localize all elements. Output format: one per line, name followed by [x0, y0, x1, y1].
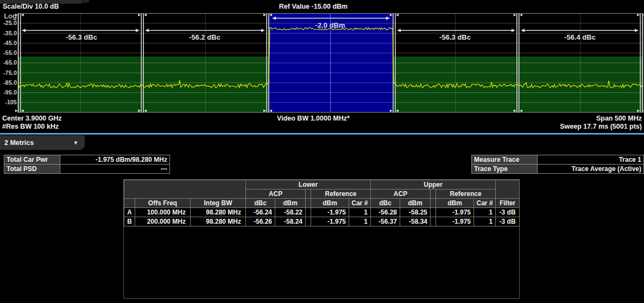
- offset-id: A: [124, 208, 135, 217]
- lower-dbc: -56.24: [246, 208, 275, 217]
- acp-col-dbc: dBc: [371, 199, 400, 208]
- offs-freq: 100.000 MHz: [135, 208, 191, 217]
- acp-col-blank: [124, 199, 135, 208]
- acp-header-row-groups: Lower Upper: [124, 180, 520, 190]
- acp-header-gap: [431, 190, 436, 199]
- upper-ref-dbm: -1.975: [436, 217, 474, 226]
- y-tick: -75.0: [0, 70, 17, 76]
- metrics-table: Total Car Pwr -1.975 dBm/98.280 MHz Tota…: [4, 155, 170, 174]
- acp-col-filter: Filter: [496, 199, 520, 208]
- lower-dbc: -56.26: [246, 217, 275, 226]
- analyzer-screen: Scale/Div 10.0 dB Ref Value -15.00 dBm L…: [0, 0, 644, 303]
- offset-power-label: -56.4 dBc: [547, 34, 613, 41]
- lower-ref-dbm: -1.975: [311, 217, 349, 226]
- gap-cell: [306, 217, 311, 226]
- metric-value: ---: [60, 165, 170, 174]
- upper-dbc: -56.37: [371, 217, 400, 226]
- acp-data-row-b: B 200.000 MHz 98.280 MHz -56.26 -58.24 -…: [124, 217, 520, 226]
- acp-col-ref-dbm: dBm: [436, 199, 474, 208]
- acp-col-dbm: dBm: [400, 199, 431, 208]
- acp-col-offs-freq: Offs Freq: [135, 199, 191, 208]
- sweep-label: Sweep 17.7 ms (5001 pts): [506, 123, 642, 130]
- metrics-dropdown[interactable]: 2 Metrics ▼: [0, 135, 85, 150]
- spectrum-plot: [0, 0, 644, 115]
- offset-power-label: -56.2 dBc: [172, 34, 237, 41]
- acp-col-gap: [306, 199, 311, 208]
- y-tick: -95.0: [0, 89, 17, 96]
- lower-ref-dbm: -1.975: [311, 208, 349, 217]
- acp-col-integ-bw: Integ BW: [191, 199, 246, 208]
- measure-trace-row: Measure Trace Trace 1: [472, 155, 644, 165]
- span-label: Span 500 MHz: [533, 115, 642, 122]
- filter: -3 dB: [496, 217, 520, 226]
- y-tick: -25.0: [0, 20, 17, 26]
- y-tick: -45.0: [0, 40, 17, 46]
- offset-power-label: -56.3 dBc: [422, 34, 488, 41]
- acp-header-blank: [124, 180, 246, 199]
- acp-header-acp: ACP: [371, 190, 431, 199]
- chevron-down-icon: ▼: [73, 140, 85, 146]
- upper-dbc: -56.28: [371, 208, 400, 217]
- metric-value: -1.975 dBm/98.280 MHz: [60, 155, 170, 165]
- acp-header-blank: [496, 180, 520, 199]
- trace-info-label: Measure Trace: [472, 155, 538, 165]
- offset-power-label: -56.3 dBc: [49, 34, 114, 41]
- trace-info-table: Measure Trace Trace 1 Trace Type Trace A…: [471, 155, 644, 174]
- upper-car: 1: [474, 217, 496, 226]
- acp-header-lower: Lower: [246, 180, 371, 190]
- acp-col-car: Car #: [474, 199, 496, 208]
- video-bw-label: Video BW 1.0000 MHz*: [259, 115, 368, 122]
- acp-header-reference: Reference: [436, 190, 496, 199]
- acp-col-dbm: dBm: [275, 199, 306, 208]
- offset-id: B: [124, 217, 135, 226]
- lower-dbm: -58.24: [275, 217, 306, 226]
- acp-data-row-a: A 100.000 MHz 98.280 MHz -56.24 -58.22 -…: [124, 208, 520, 217]
- acp-col-car: Car #: [349, 199, 371, 208]
- metrics-dropdown-label: 2 Metrics: [0, 139, 73, 147]
- section-separator: [0, 133, 644, 135]
- y-tick: -35.0: [0, 30, 17, 36]
- acp-header-upper: Upper: [371, 180, 496, 190]
- upper-dbm: -58.34: [400, 217, 431, 226]
- center-freq-label: Center 3.9000 GHz: [2, 115, 62, 122]
- y-tick: -65.0: [0, 59, 17, 66]
- res-bw-label: #Res BW 100 kHz: [2, 123, 59, 130]
- metric-row: Total PSD ---: [4, 165, 170, 174]
- filter: -3 dB: [496, 208, 520, 217]
- y-tick: -55.0: [0, 49, 17, 56]
- integ-bw: 98.280 MHz: [191, 217, 246, 226]
- acp-header-row-columns: Offs Freq Integ BW dBc dBm dBm Car # dBc…: [124, 199, 520, 208]
- acp-header-acp: ACP: [246, 190, 306, 199]
- y-tick: -105: [0, 99, 17, 105]
- upper-car: 1: [474, 208, 496, 217]
- lower-car: 1: [349, 217, 371, 226]
- lower-dbm: -58.22: [275, 208, 306, 217]
- trace-type-row: Trace Type Trace Average (Active): [472, 165, 644, 174]
- integ-bw: 98.280 MHz: [191, 208, 246, 217]
- trace-info-label: Trace Type: [472, 165, 538, 174]
- metric-row: Total Car Pwr -1.975 dBm/98.280 MHz: [4, 155, 170, 165]
- acp-header-reference: Reference: [311, 190, 371, 199]
- acp-col-dbc: dBc: [246, 199, 275, 208]
- y-axis-log-label: Log: [0, 13, 17, 20]
- gap-cell: [306, 208, 311, 217]
- trace-type-value[interactable]: Trace Average (Active): [537, 165, 643, 174]
- metric-label: Total Car Pwr: [4, 155, 60, 165]
- gap-cell: [431, 217, 436, 226]
- offs-freq: 200.000 MHz: [135, 217, 191, 226]
- upper-dbm: -58.25: [400, 208, 431, 217]
- acp-results-panel: Lower Upper ACP Reference ACP Reference …: [123, 179, 520, 299]
- measure-trace-value[interactable]: Trace 1: [537, 155, 643, 165]
- acp-header-gap: [306, 190, 311, 199]
- upper-ref-dbm: -1.975: [436, 208, 474, 217]
- carrier-power-label: -2.0 dBm: [298, 22, 363, 29]
- gap-cell: [431, 208, 436, 217]
- y-tick: -85.0: [0, 79, 17, 86]
- acp-results-table: Lower Upper ACP Reference ACP Reference …: [124, 180, 520, 226]
- metric-label: Total PSD: [4, 165, 60, 174]
- acp-col-ref-dbm: dBm: [311, 199, 349, 208]
- acp-col-gap: [431, 199, 436, 208]
- lower-car: 1: [349, 208, 371, 217]
